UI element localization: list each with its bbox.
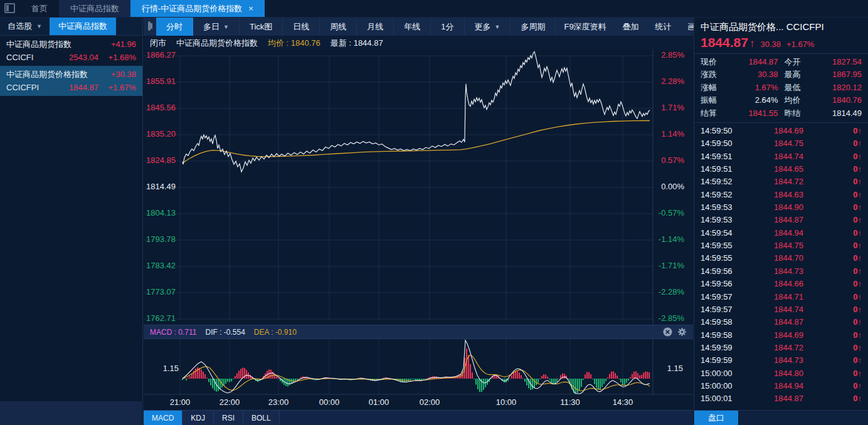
period-tab[interactable]: 1分	[431, 18, 464, 36]
chevron-down-icon: ▼	[36, 23, 42, 29]
time-and-sales-list[interactable]: 14:59:501844.690↑14:59:501844.750↑14:59:…	[694, 123, 868, 410]
average-price-line	[183, 121, 650, 164]
trade-price: 1844.75	[741, 137, 803, 150]
price-change-pct: +1.68%	[98, 51, 136, 64]
trade-volume-value: 0	[853, 228, 857, 238]
y-axis-tick: 1855.91	[146, 76, 176, 86]
quote-instrument-code: CCICFPI	[786, 21, 824, 32]
macd-readout: DIF : -0.554	[205, 328, 245, 337]
y-axis-pct-tick: 1.71%	[661, 103, 684, 112]
quote-detail-grid: 现价1844.87今开1827.54涨跌30.38最高1867.95涨幅1.67…	[694, 54, 868, 123]
period-tab[interactable]: 年线	[394, 18, 431, 36]
trade-time: 15:00:00	[701, 367, 741, 380]
trade-time: 15:00:01	[701, 392, 741, 405]
order-book-tab[interactable]: 盘口	[694, 411, 738, 425]
trade-time: 14:59:59	[701, 342, 741, 354]
trade-time: 14:59:54	[701, 227, 741, 239]
trade-volume-value: 0	[853, 190, 857, 199]
x-axis-tick: 10:00	[496, 397, 517, 407]
y-axis-tick: 1835.20	[146, 129, 176, 139]
trade-volume: 0↑	[853, 239, 862, 252]
period-tab[interactable]: 月线	[357, 18, 394, 36]
trade-price: 1844.74	[741, 150, 803, 163]
x-axis-tick: 11:30	[560, 397, 580, 407]
top-tab-label: 中证商品指数	[70, 3, 119, 14]
trade-price: 1844.94	[741, 227, 803, 239]
up-arrow-icon: ↑	[858, 292, 862, 302]
chart-tool-button[interactable]: 叠加	[615, 18, 647, 36]
x-axis-tick: 22:00	[220, 397, 240, 407]
top-tab[interactable]: 首页	[20, 0, 59, 17]
watchlist-group-select[interactable]: 自选股 ▼	[0, 18, 50, 35]
close-tab-icon[interactable]: ×	[248, 4, 253, 13]
watchlist-item[interactable]: 中证商品期货价格指数+30.38CCICFPI1844.87+1.67%	[0, 66, 142, 96]
trade-price: 1844.65	[741, 163, 803, 176]
indicator-settings-gear-icon[interactable]	[677, 327, 687, 337]
tape-row: 14:59:511844.650↑	[701, 163, 862, 176]
quote-field-value: 1844.87	[731, 56, 778, 68]
period-tab-label: Tick图	[250, 21, 272, 33]
watchlist-item[interactable]: 中证商品期货指数+41.96CCICFI2543.04+1.68%	[0, 36, 142, 66]
indicator-tab[interactable]: MACD	[144, 411, 183, 425]
trade-volume: 0↑	[853, 303, 862, 316]
instrument-code: CCICFI	[6, 51, 53, 64]
price-change: 30.38	[760, 39, 781, 49]
trade-time: 14:59:59	[701, 354, 741, 367]
indicator-tab[interactable]: KDJ	[183, 411, 214, 425]
watchlist-tab-index[interactable]: 中证商品指数	[50, 18, 116, 35]
macd-indicator-chart[interactable]: 1.151.15	[144, 339, 693, 395]
period-tab[interactable]: 多日▼	[193, 18, 240, 36]
quote-header: 中证商品期货价格... CCICFPI 1844.87 ↑ 30.38 +1.6…	[694, 18, 868, 54]
up-arrow-icon: ↑	[858, 177, 862, 186]
period-tab[interactable]: 周线	[320, 18, 357, 36]
watchlist-item-row: CCICFPI1844.87+1.67%	[6, 81, 136, 94]
up-arrow-icon: ↑	[858, 343, 862, 352]
y-axis-tick: 1783.42	[146, 261, 176, 270]
chart-tool-button[interactable]: 统计	[647, 18, 680, 36]
up-arrow-icon: ↑	[858, 241, 862, 250]
tape-row: 14:59:551844.750↑	[701, 239, 862, 252]
chart-tools: F9深度资料叠加统计画线	[556, 18, 712, 36]
trade-volume: 0↑	[853, 367, 862, 380]
last-price-readout: 最新 : 1844.87	[331, 38, 383, 49]
trade-volume-value: 0	[853, 355, 857, 365]
top-tab-label: 首页	[31, 3, 48, 14]
quote-field-value: 1840.76	[815, 94, 862, 107]
trade-volume: 0↑	[853, 227, 862, 239]
up-arrow-icon: ↑	[858, 152, 862, 161]
y-axis-pct-tick: -2.85%	[659, 313, 684, 323]
trade-volume: 0↑	[853, 201, 862, 214]
top-tab[interactable]: 行情-中证商品期货价格指数×	[130, 0, 265, 17]
time-axis: 21:0022:0023:0000:0001:0002:0010:0011:30…	[144, 395, 693, 410]
up-arrow-icon: ↑	[858, 317, 862, 327]
trade-volume-value: 0	[853, 202, 857, 212]
trade-volume: 0↑	[853, 380, 862, 392]
up-arrow-icon: ↑	[858, 355, 862, 365]
period-tab[interactable]: 多周期	[511, 18, 556, 36]
intraday-price-chart[interactable]: 1866.271855.911845.561835.201824.851814.…	[144, 50, 693, 325]
trade-volume: 0↑	[853, 265, 862, 278]
period-tab[interactable]: 分时	[156, 18, 193, 36]
tape-row: 14:59:501844.690↑	[701, 125, 862, 137]
indicator-tab[interactable]: BOLL	[243, 411, 280, 425]
chart-tool-button[interactable]: F9深度资料	[556, 18, 614, 36]
period-tab[interactable]: 更多▼	[465, 18, 511, 36]
chevron-down-icon: ▼	[495, 24, 500, 30]
tape-row: 14:59:521844.720↑	[701, 176, 862, 188]
trade-volume-value: 0	[853, 381, 857, 391]
trade-price: 1844.73	[741, 354, 803, 367]
top-tab[interactable]: 中证商品指数	[59, 0, 130, 17]
period-tab[interactable]: 日线	[283, 18, 320, 36]
period-tab[interactable]: Tick图	[240, 18, 283, 36]
macd-readout: DEA : -0.910	[254, 328, 297, 337]
quote-field-label: 均价	[785, 94, 808, 107]
top-tabs: 首页中证商品指数行情-中证商品期货价格指数×	[20, 0, 265, 17]
indicator-tab[interactable]: RSI	[214, 411, 243, 425]
quote-field-label: 结算	[701, 107, 724, 120]
tape-row: 14:59:571844.710↑	[701, 291, 862, 303]
collapse-left-panel-icon[interactable]	[148, 21, 151, 31]
close-indicator-icon[interactable]	[663, 327, 672, 337]
sidebar-toggle-icon[interactable]	[4, 3, 15, 13]
trade-price: 1844.73	[741, 265, 803, 278]
up-arrow-icon: ↑	[858, 369, 862, 378]
